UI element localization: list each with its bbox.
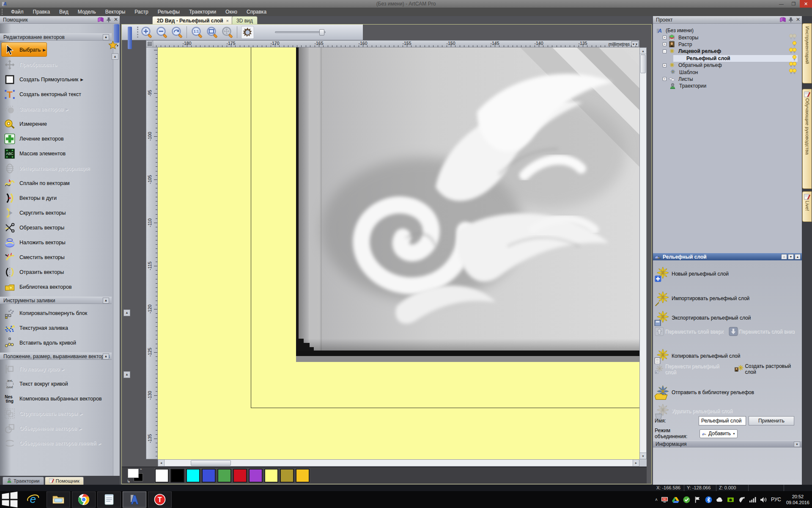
tool-copyblock[interactable]: Копировать/повернуть блок <box>0 306 112 320</box>
tree-node-vectors[interactable]: +Векторы <box>653 34 802 41</box>
close-button[interactable]: ✕ <box>800 0 812 8</box>
tree-node-toolpath[interactable]: Траектории <box>653 83 802 89</box>
tool-fillet[interactable]: Скруглить векторы <box>0 205 112 220</box>
palette-swatch[interactable] <box>249 469 263 483</box>
pin-icon[interactable] <box>788 17 794 22</box>
vertical-scrollbar[interactable]: ▲ ▼ <box>639 47 647 459</box>
slider-thumb[interactable] <box>319 29 324 36</box>
scroll-up-icon[interactable]: ▲ <box>640 48 646 54</box>
taskbar-teamviewer-icon[interactable]: T <box>148 491 172 508</box>
tray-bluetooth-icon[interactable] <box>705 496 713 503</box>
visibility-bulb-icon[interactable] <box>790 62 797 69</box>
scroll-left-icon[interactable]: ◄ <box>158 460 165 466</box>
palette-swatch[interactable] <box>264 469 278 483</box>
tray-antivirus-icon[interactable] <box>683 496 691 503</box>
home-icon[interactable]: ⌂ <box>781 254 787 260</box>
scroll-right-icon[interactable]: ► <box>633 460 639 466</box>
tab-3d-view[interactable]: 3D вид <box>232 16 258 25</box>
ruler-unit-dropdown-icon[interactable]: ▼▼ <box>631 41 639 47</box>
section-collapse-icon[interactable]: ▲ <box>103 353 109 359</box>
visibility-bulb-icon[interactable] <box>790 48 797 55</box>
menu-Рельефы[interactable]: Рельефы <box>153 8 184 16</box>
bottom-tab-Помощник[interactable]: Помощник <box>45 477 84 485</box>
relief-button-flower-export[interactable]: Экспортировать рельефный слой <box>653 309 802 327</box>
favorites-star-icon[interactable] <box>108 41 118 50</box>
tree-node-flower-blue[interactable]: Шаблон <box>653 69 802 75</box>
tool-rect[interactable]: Создать Прямоугольник▶ <box>0 72 112 87</box>
vscroll-thumb[interactable] <box>640 55 646 73</box>
palette-swatch[interactable] <box>155 469 169 483</box>
taskbar-ie-icon[interactable]: e <box>21 491 45 508</box>
menu-Справка[interactable]: Справка <box>242 8 271 16</box>
menu-Векторы[interactable]: Векторы <box>101 8 130 16</box>
taskbar-chrome-icon[interactable] <box>72 491 96 508</box>
tray-volume-icon[interactable] <box>760 496 768 503</box>
horizontal-scrollbar[interactable]: ◄ ► <box>158 459 639 467</box>
menu-Правка[interactable]: Правка <box>28 8 55 16</box>
taskbar-notepad-icon[interactable] <box>97 491 121 508</box>
scroll-down-icon[interactable]: ▼ <box>640 453 646 459</box>
menu-Растр[interactable]: Растр <box>130 8 153 16</box>
zoom-previous-button[interactable] <box>170 25 184 39</box>
palette-swatch[interactable] <box>186 469 200 483</box>
tray-gdrive-icon[interactable] <box>672 496 680 503</box>
menu-Окно[interactable]: Окно <box>221 8 242 16</box>
tree-expand-icon[interactable]: - <box>663 50 667 53</box>
tool-arcs[interactable]: Векторы в дуги <box>0 190 112 205</box>
relief-preview-button[interactable] <box>240 25 255 39</box>
tree-node-relief-layer[interactable]: +Рельефный слой <box>653 55 802 62</box>
zoom-extents-button[interactable] <box>220 25 235 39</box>
menu-Траектории[interactable]: Траектории <box>184 8 221 16</box>
visibility-bulb-icon[interactable] <box>793 41 797 48</box>
tool-measure[interactable]: Измерение <box>0 116 112 131</box>
relief-button-flower-import[interactable]: Импортировать рельефный слой <box>653 290 802 307</box>
color-link-icon[interactable]: ⌁ <box>140 467 142 471</box>
maximize-button[interactable]: ❐ <box>787 0 800 8</box>
tray-screen-icon[interactable]: SC <box>661 496 669 503</box>
section-collapse-icon[interactable]: ▲ <box>103 34 109 40</box>
tool-vtext[interactable]: TСоздать векторный текст <box>0 87 112 102</box>
visibility-bulb-icon[interactable] <box>790 34 797 41</box>
information-expand-icon[interactable]: ▼ <box>794 442 800 447</box>
primary-secondary-color[interactable]: ⌁ ↳ <box>127 468 145 483</box>
zoom-in-button[interactable] <box>140 25 154 39</box>
tray-cloud-icon[interactable] <box>716 496 724 503</box>
tree-node-flower-yellow[interactable]: -Лицевой рельеф <box>653 48 802 55</box>
dock-down-icon[interactable]: ▼ <box>788 254 794 260</box>
panel-scroll-thumb[interactable] <box>128 27 132 49</box>
combine-mode-dropdown[interactable]: + Добавить ▼ <box>700 429 738 438</box>
margin-scroll-up-button2[interactable]: ▲ <box>123 371 130 378</box>
tree-node-bitmap[interactable]: +Растр <box>653 41 802 48</box>
tool-cursor[interactable]: Выбрать▶ <box>0 42 112 57</box>
tree-node-sheets[interactable]: +Листы <box>653 76 802 83</box>
relief-button-flower-new[interactable]: Новый рельефный слой <box>653 265 802 283</box>
palette-swatch[interactable] <box>202 469 216 483</box>
tray-nvidia-icon[interactable] <box>727 496 735 503</box>
tree-expand-icon[interactable]: + <box>663 36 667 39</box>
palette-swatch[interactable] <box>296 469 310 483</box>
palette-swatch[interactable] <box>170 469 184 483</box>
tool-textcurve[interactable]: textcurveТекст вокруг кривой <box>0 376 112 391</box>
zoom-window-button[interactable] <box>205 25 219 39</box>
relief-button-flower-library[interactable]: Отправить в библиотеку рельефов <box>653 384 802 401</box>
margin-scroll-up-button[interactable]: ▲ <box>123 309 130 316</box>
tool-library[interactable]: Библиотека векторов <box>0 279 112 294</box>
taskbar-clock[interactable]: 20:52 09.04.2016 <box>785 494 809 506</box>
relief-button-bitmap-flower[interactable]: Создать растровый слой <box>735 363 802 375</box>
dock-up-icon[interactable]: ▲ <box>795 254 801 260</box>
tree-expand-icon[interactable]: + <box>663 64 667 67</box>
ruler-corner[interactable] <box>146 40 153 47</box>
tree-node-artcam[interactable]: A(Без имени) <box>653 27 802 34</box>
start-button[interactable] <box>0 491 19 508</box>
tree-node-flower-yellow[interactable]: +Обратный рельеф <box>653 62 802 69</box>
visibility-bulb-icon[interactable] <box>793 55 797 62</box>
taskbar-artcam-icon[interactable] <box>123 491 146 508</box>
tool-nesting[interactable]: NestingКомпоновка выбранных векторов <box>0 391 112 406</box>
tree-expand-icon[interactable]: + <box>663 42 667 46</box>
tray-satellite-icon[interactable] <box>738 496 746 503</box>
relief-button-flower-copy[interactable]: Копировать рельефный слой <box>653 347 802 365</box>
tool-mirror[interactable]: Отразить векторы <box>0 265 112 279</box>
zoom-out-button[interactable] <box>155 25 169 39</box>
bottom-tab-Траектории[interactable]: Траектории <box>3 477 44 485</box>
language-indicator[interactable]: РУС <box>771 497 781 502</box>
